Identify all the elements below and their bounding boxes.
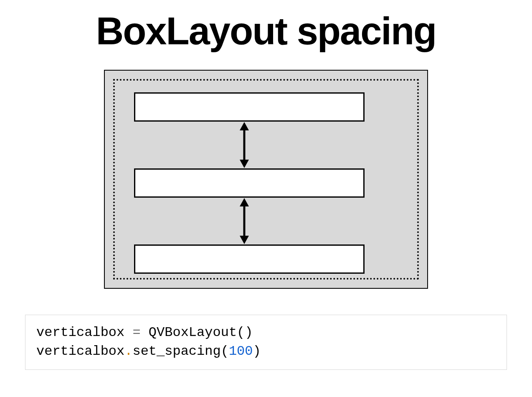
svg-marker-1: [240, 122, 249, 130]
spacing-gap-2: [132, 198, 400, 244]
layout-diagram: [104, 70, 428, 289]
layout-item-1: [134, 92, 365, 122]
code-example: verticalbox = QVBoxLayout() verticalbox.…: [25, 315, 507, 370]
layout-item-2: [134, 168, 365, 198]
code-token: QVBoxLayout(): [149, 325, 253, 340]
code-token: 100: [229, 344, 253, 359]
layout-item-3: [134, 244, 365, 274]
code-token: .: [124, 344, 132, 359]
spacing-gap-1: [132, 122, 400, 168]
code-token: verticalbox: [36, 344, 124, 359]
double-arrow-icon: [238, 122, 251, 168]
code-token: ): [253, 344, 261, 359]
svg-marker-5: [240, 236, 249, 244]
code-token: (: [221, 344, 229, 359]
code-token: set_spacing: [132, 344, 220, 359]
outer-container: [104, 70, 428, 289]
svg-marker-2: [240, 160, 249, 168]
slide-title: BoxLayout spacing: [0, 0, 532, 53]
layout-bounds: [113, 79, 419, 280]
svg-marker-4: [240, 198, 249, 206]
double-arrow-icon: [238, 198, 251, 244]
code-token: verticalbox: [36, 325, 124, 340]
code-token: =: [124, 325, 149, 340]
